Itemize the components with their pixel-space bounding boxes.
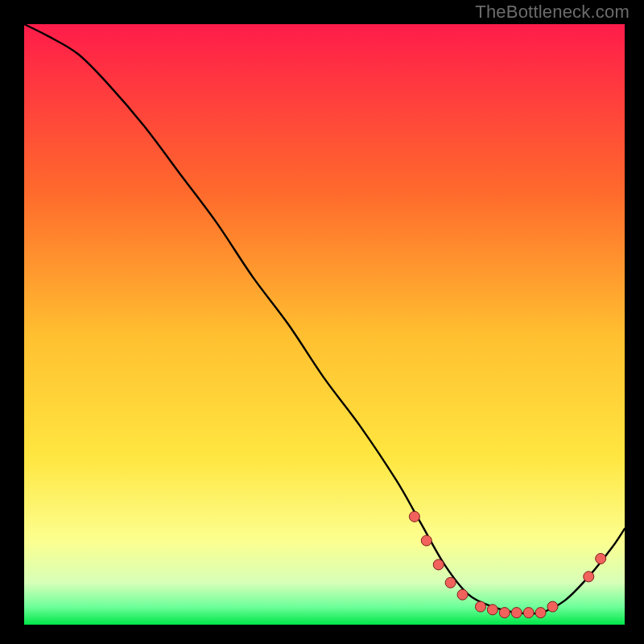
curve-marker: [523, 608, 534, 618]
curve-marker: [596, 553, 606, 564]
curve-marker: [487, 605, 497, 615]
curve-marker: [511, 608, 522, 618]
curve-marker: [409, 511, 419, 522]
watermark-text: TheBottleneck.com: [475, 2, 630, 23]
curve-marker: [475, 601, 485, 612]
curve-marker: [445, 577, 456, 588]
plot-background-gradient: [24, 24, 625, 625]
curve-marker: [421, 535, 431, 546]
curve-marker: [547, 601, 558, 612]
curve-marker: [499, 608, 510, 618]
curve-marker: [433, 559, 444, 570]
chart-canvas: [0, 0, 644, 644]
curve-marker: [457, 589, 468, 600]
curve-marker: [584, 572, 594, 582]
curve-marker: [535, 608, 546, 618]
